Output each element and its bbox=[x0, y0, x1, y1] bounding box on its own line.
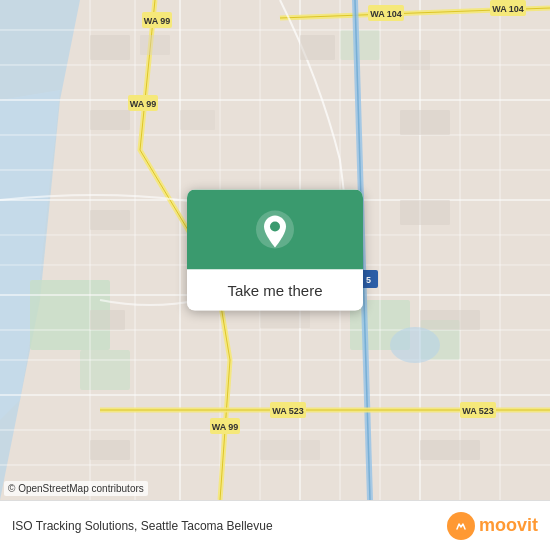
attribution-text: © OpenStreetMap contributors bbox=[8, 483, 144, 494]
svg-text:WA 523: WA 523 bbox=[462, 406, 494, 416]
svg-text:WA 523: WA 523 bbox=[272, 406, 304, 416]
svg-point-71 bbox=[390, 327, 440, 363]
svg-rect-56 bbox=[140, 35, 170, 55]
svg-rect-61 bbox=[400, 110, 450, 135]
svg-rect-64 bbox=[400, 200, 450, 225]
svg-rect-55 bbox=[90, 35, 130, 60]
location-info: ISO Tracking Solutions, Seattle Tacoma B… bbox=[12, 519, 273, 533]
svg-rect-5 bbox=[340, 30, 380, 60]
svg-text:WA 99: WA 99 bbox=[144, 16, 171, 26]
svg-text:WA 99: WA 99 bbox=[130, 99, 157, 109]
svg-rect-62 bbox=[90, 210, 130, 230]
svg-rect-66 bbox=[260, 310, 310, 328]
svg-rect-58 bbox=[400, 50, 430, 70]
take-me-there-button[interactable]: Take me there bbox=[187, 270, 363, 311]
map-pin-icon bbox=[253, 210, 297, 254]
bottom-bar: ISO Tracking Solutions, Seattle Tacoma B… bbox=[0, 500, 550, 550]
moovit-label: moovit bbox=[479, 515, 538, 536]
take-me-there-card: Take me there bbox=[187, 190, 363, 311]
svg-text:WA 104: WA 104 bbox=[492, 4, 524, 14]
svg-rect-70 bbox=[420, 440, 480, 460]
map-container: WA 99 WA 99 WA 99 WA 99 WA 104 WA 104 I … bbox=[0, 0, 550, 500]
svg-rect-68 bbox=[90, 440, 130, 460]
svg-rect-57 bbox=[300, 35, 335, 60]
svg-rect-69 bbox=[260, 440, 320, 460]
svg-rect-65 bbox=[90, 310, 125, 330]
svg-rect-4 bbox=[80, 350, 130, 390]
moovit-logo: moovit bbox=[447, 512, 538, 540]
svg-point-73 bbox=[270, 222, 280, 232]
card-green-section bbox=[187, 190, 363, 270]
svg-rect-60 bbox=[180, 110, 215, 130]
location-text: ISO Tracking Solutions, Seattle Tacoma B… bbox=[12, 519, 273, 533]
svg-rect-67 bbox=[420, 310, 480, 330]
svg-text:WA 99: WA 99 bbox=[212, 422, 239, 432]
svg-rect-59 bbox=[90, 110, 130, 130]
svg-text:WA 104: WA 104 bbox=[370, 9, 402, 19]
moovit-icon bbox=[447, 512, 475, 540]
map-attribution: © OpenStreetMap contributors bbox=[4, 481, 148, 496]
